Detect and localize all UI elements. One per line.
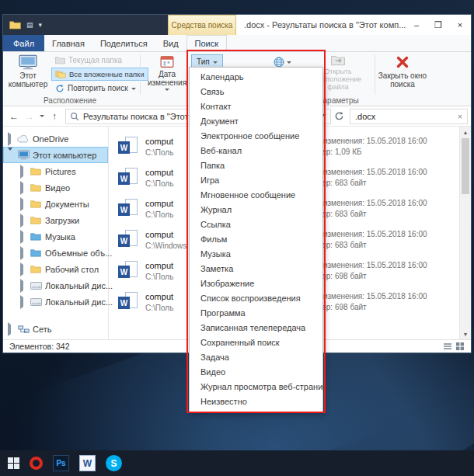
sidebar-item-local-disk-d[interactable]: Локальный дис... — [3, 294, 108, 310]
word-icon[interactable]: W — [79, 455, 96, 471]
thumbnail-view-icon[interactable] — [455, 342, 465, 351]
sidebar-item-videos[interactable]: Видео — [3, 179, 108, 196]
date-modified-button[interactable]: Дата изменения — [145, 54, 190, 93]
menu-item[interactable]: Мгновенное сообщение — [190, 188, 322, 203]
file-size: Размер: 683 байт — [304, 240, 448, 251]
tab-share[interactable]: Поделиться — [92, 35, 155, 51]
tab-search[interactable]: Поиск — [186, 35, 227, 51]
close-button[interactable]: × — [449, 15, 471, 35]
close-search-button[interactable]: Закрыть окно поиска — [378, 54, 427, 89]
sidebar-item-label: Pictures — [45, 167, 76, 176]
skype-icon[interactable]: S — [106, 455, 122, 471]
photoshop-icon[interactable]: Ps — [53, 455, 69, 471]
chevron-right-icon[interactable] — [20, 200, 26, 209]
folder-icon — [30, 265, 42, 273]
sidebar-item-downloads[interactable]: Загрузки — [3, 212, 108, 228]
scrollbar-thumb[interactable] — [462, 138, 469, 194]
up-button[interactable]: ↑ — [47, 111, 62, 122]
sidebar-item-network[interactable]: Сеть — [3, 321, 108, 337]
tab-home[interactable]: Главная — [44, 35, 92, 51]
clear-search-icon[interactable]: × — [453, 112, 467, 121]
menu-item[interactable]: Календарь — [190, 70, 322, 85]
menu-item[interactable]: Задача — [190, 350, 322, 365]
word-document-icon: W — [118, 230, 138, 250]
taskbar: Ps W S — [0, 450, 474, 476]
qat-properties-icon[interactable]: ▤ — [26, 21, 33, 29]
scroll-up-icon[interactable]: ▲ — [460, 127, 471, 137]
scroll-down-icon[interactable]: ▼ — [460, 328, 471, 339]
menu-item[interactable]: Электронное сообщение — [190, 129, 322, 144]
menu-item[interactable]: Программа — [190, 306, 322, 321]
chevron-right-icon[interactable] — [20, 297, 26, 307]
file-modified: Дата изменения: 15.05.2018 16:00 — [304, 167, 448, 178]
sidebar-item-label: OneDrive — [33, 134, 68, 144]
menu-item[interactable]: Неизвестно — [190, 394, 322, 409]
recent-locations-chevron-icon[interactable] — [37, 111, 47, 122]
this-pc-button[interactable]: Этот компьютер — [6, 54, 50, 89]
refresh-button[interactable] — [334, 111, 348, 121]
menu-item[interactable]: Список воспроизведения — [190, 291, 322, 306]
menu-item[interactable]: Музыка — [190, 247, 322, 262]
menu-item[interactable]: Изображение — [190, 276, 322, 291]
chevron-down-icon[interactable] — [8, 151, 14, 160]
menu-item[interactable]: Контакт — [190, 99, 322, 114]
word-document-icon: W — [118, 199, 138, 219]
menu-item[interactable]: Записанная телепередача — [190, 321, 322, 335]
menu-item[interactable]: Заметка — [190, 262, 322, 276]
sidebar-item-label: Этот компьютер — [33, 151, 96, 160]
sidebar-item-this-pc[interactable]: Этот компьютер — [3, 147, 108, 163]
search-input[interactable] — [350, 112, 453, 121]
menu-item[interactable]: Связь — [190, 85, 322, 99]
desktop: { "window": { "title": ".docx - Результа… — [0, 0, 474, 476]
sidebar-item-documents[interactable]: Документы — [3, 196, 108, 212]
all-subfolders-button[interactable]: Все вложенные папки — [51, 68, 148, 81]
tab-file[interactable]: Файл — [3, 35, 44, 51]
file-modified: Дата изменения: 15.05.2018 16:00 — [304, 229, 448, 240]
chevron-right-icon[interactable] — [8, 325, 14, 334]
sidebar-item-desktop[interactable]: Рабочий стол — [3, 261, 108, 277]
menu-item[interactable]: Видео — [190, 365, 322, 380]
chevron-right-icon[interactable] — [20, 265, 26, 274]
details-view-icon[interactable] — [443, 342, 452, 351]
chevron-down-icon — [131, 88, 136, 92]
menu-item[interactable]: Игра — [190, 173, 322, 188]
sidebar-item-3d-objects[interactable]: Объемные объ... — [3, 245, 108, 261]
opera-icon[interactable] — [30, 457, 43, 470]
menu-item[interactable]: Ссылка — [190, 217, 322, 232]
qat-customize-chevron-icon[interactable]: ▾ — [39, 21, 43, 29]
chevron-right-icon[interactable] — [20, 248, 26, 258]
date-modified-label: Дата изменения — [145, 70, 190, 87]
start-button[interactable] — [8, 457, 19, 469]
menu-item[interactable]: Журнал — [190, 203, 322, 217]
menu-item[interactable]: Фильм — [190, 232, 322, 247]
file-modified: Дата изменения: 15.05.2018 16:00 — [304, 198, 448, 209]
sidebar-item-label: Загрузки — [45, 216, 79, 225]
minimize-button[interactable]: – — [406, 15, 427, 35]
menu-item[interactable]: Папка — [190, 158, 322, 173]
tab-view[interactable]: Вид — [155, 35, 186, 51]
file-size: Размер: 698 байт — [304, 302, 448, 313]
menu-item[interactable]: Документ — [190, 114, 322, 129]
sidebar-item-label: Сеть — [33, 325, 51, 334]
type-filter-label: Тип — [197, 57, 210, 66]
chevron-right-icon[interactable] — [20, 216, 26, 225]
menu-item[interactable]: Веб-канал — [190, 144, 322, 158]
chevron-right-icon[interactable] — [20, 183, 26, 193]
search-tools-context-tab[interactable]: Средства поиска — [168, 15, 236, 35]
back-button[interactable]: ← — [6, 111, 22, 122]
chevron-right-icon[interactable] — [8, 134, 14, 144]
chevron-right-icon[interactable] — [20, 281, 26, 290]
sidebar-item-pictures[interactable]: Pictures — [3, 163, 108, 179]
chevron-right-icon[interactable] — [20, 232, 26, 241]
sidebar-item-onedrive[interactable]: OneDrive — [3, 130, 108, 147]
sidebar-item-music[interactable]: Музыка — [3, 228, 108, 245]
chevron-right-icon[interactable] — [20, 167, 26, 176]
menu-item[interactable]: Сохраненный поиск — [190, 335, 322, 350]
maximize-button[interactable]: ❒ — [427, 15, 449, 35]
sidebar-item-local-disk-c[interactable]: Локальный дис... — [3, 277, 108, 294]
sidebar-item-label: Документы — [45, 200, 89, 209]
search-again-button[interactable]: Повторить поиск — [51, 82, 148, 95]
search-again-label: Повторить поиск — [68, 84, 128, 92]
vertical-scrollbar[interactable]: ▲ ▼ — [459, 127, 471, 339]
menu-item[interactable]: Журнал просмотра веб-страниц — [190, 380, 322, 394]
